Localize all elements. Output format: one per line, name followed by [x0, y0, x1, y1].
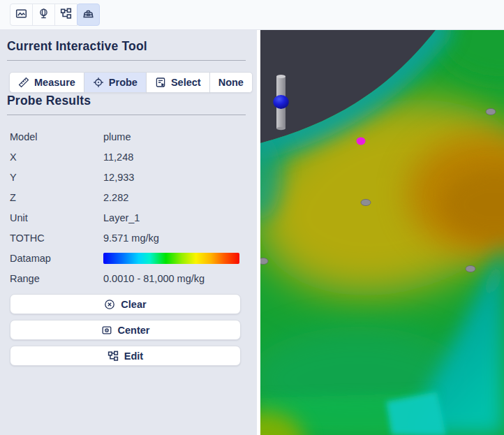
measure-tool-label: Measure [34, 77, 75, 88]
divider [7, 60, 246, 61]
probe-point-marker[interactable] [357, 138, 366, 145]
edit-button[interactable]: Edit [10, 346, 241, 366]
clear-button-label: Clear [121, 299, 146, 310]
select-icon [155, 77, 166, 88]
well-marker[interactable] [466, 265, 475, 272]
viewport-3d[interactable] [260, 30, 504, 435]
row-label: Unit [10, 212, 103, 223]
app-window: Current Interactive Tool Measure [0, 0, 504, 435]
image-icon [15, 8, 27, 22]
toolbox-icon [82, 8, 94, 22]
center-view-icon [101, 325, 112, 336]
globe-button[interactable] [32, 3, 55, 26]
row-value: 9.571 mg/kg [103, 233, 159, 244]
row-label: Z [10, 192, 103, 203]
target-icon [93, 77, 104, 88]
row-label: TOTHC [10, 233, 103, 244]
probe-tool-button[interactable]: Probe [84, 72, 147, 93]
row-label: X [10, 152, 103, 163]
none-tool-label: None [218, 77, 244, 88]
divider [7, 115, 246, 115]
ruler-icon [18, 77, 29, 88]
row-value: 2.282 [103, 192, 128, 203]
plume-scene[interactable] [260, 30, 504, 435]
table-row-y: Y 12,933 [10, 167, 246, 187]
table-row-x: X 11,248 [10, 147, 246, 167]
row-label: Datamap [10, 253, 103, 264]
main-toolbar [0, 0, 504, 30]
well-marker[interactable] [486, 108, 496, 115]
select-tool-label: Select [171, 77, 201, 88]
probe-results-table: Model plume X 11,248 Y 12,933 Z 2.282 Un… [10, 126, 246, 288]
none-tool-button[interactable]: None [210, 72, 253, 93]
table-row-z: Z 2.282 [10, 187, 246, 207]
toolbox-button[interactable] [77, 3, 100, 26]
row-value: 0.0010 - 81,000 mg/kg [103, 273, 205, 284]
clear-button[interactable]: Clear [10, 294, 241, 314]
center-button-label: Center [118, 325, 150, 336]
tree-icon [108, 351, 119, 362]
tool-section-title: Current Interactive Tool [7, 38, 246, 54]
scene-image-button[interactable] [10, 3, 33, 26]
row-value: Layer_1 [103, 212, 140, 223]
measure-tool-button[interactable]: Measure [9, 72, 84, 93]
model-tree-button[interactable] [54, 3, 77, 26]
row-value: plume [103, 131, 131, 142]
table-row-tothc: TOTHC 9.571 mg/kg [10, 228, 246, 248]
row-label: Range [10, 273, 103, 284]
table-row-range: Range 0.0010 - 81,000 mg/kg [10, 268, 246, 288]
tree-icon [60, 8, 72, 22]
table-row-unit: Unit Layer_1 [10, 207, 246, 228]
table-row-datamap: Datamap [10, 248, 246, 268]
datamap-gradient-bar [103, 253, 239, 264]
row-value: 11,248 [103, 152, 133, 163]
well-marker[interactable] [361, 199, 371, 205]
clear-circle-icon [104, 299, 115, 310]
row-value: 12,933 [103, 172, 134, 183]
row-label: Y [10, 172, 103, 183]
edit-button-label: Edit [124, 351, 143, 362]
probe-tool-label: Probe [109, 77, 138, 88]
table-row-model: Model plume [10, 126, 246, 147]
tool-button-group: Measure Probe [9, 72, 246, 93]
center-button[interactable]: Center [10, 320, 241, 340]
probe-results-title: Probe Results [7, 93, 246, 108]
select-tool-button[interactable]: Select [147, 72, 210, 93]
well-screen-sphere [273, 95, 288, 109]
well-marker[interactable] [260, 258, 268, 264]
side-panel: Current Interactive Tool Measure [0, 30, 257, 435]
globe-icon [38, 8, 50, 22]
row-label: Model [10, 131, 103, 142]
